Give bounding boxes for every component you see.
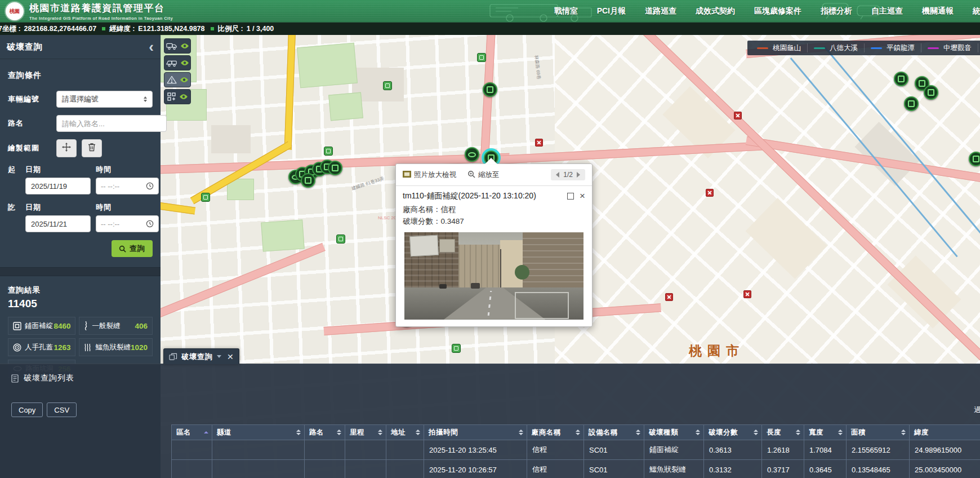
map-marker-square[interactable] [324, 147, 333, 156]
tab-close-icon[interactable]: ✕ [227, 353, 234, 360]
sort-icon[interactable] [696, 430, 700, 435]
pager-prev-icon[interactable] [556, 172, 559, 178]
popup-close-icon[interactable]: × [580, 193, 585, 199]
column-header-面積[interactable]: 面積 [847, 425, 910, 440]
table-cell [386, 440, 424, 460]
nav-item-指標分析[interactable]: 指標分析 [821, 6, 852, 16]
query-window-tab[interactable]: 破壞查詢 ✕ [163, 348, 239, 364]
map-marker-square[interactable] [383, 81, 392, 90]
sort-icon[interactable] [296, 430, 301, 435]
sort-icon[interactable] [796, 430, 800, 435]
map-marker-oval[interactable] [465, 147, 479, 162]
coordinate-statusbar: 7坐標 : 282168.82,2764466.07 經緯度 : E121.31… [0, 23, 980, 35]
vehicle-select[interactable]: 請選擇編號 [56, 91, 153, 108]
photo-icon [403, 171, 411, 179]
sort-icon[interactable] [901, 430, 906, 435]
map-marker-circle[interactable] [301, 173, 315, 188]
table-row[interactable]: 2025-11-20 13:25:45信程SC01鋪面補綻0.36131.261… [172, 440, 980, 460]
sort-icon[interactable] [337, 430, 341, 435]
layer-button-grid[interactable] [164, 89, 191, 104]
legend-item[interactable]: 桃園龜山 [751, 43, 807, 52]
nav-item-區塊歲修案件[interactable]: 區塊歲修案件 [754, 6, 801, 16]
map-marker-red[interactable] [665, 293, 673, 301]
map-marker-square[interactable] [452, 344, 461, 353]
search-button[interactable]: 查詢 [112, 240, 153, 257]
from-time-input[interactable]: -- --:-- [96, 178, 159, 194]
zoom-to-action[interactable]: 縮放至 [467, 170, 500, 180]
nav-item-統計[interactable]: 統計 [973, 6, 980, 16]
pager-next-icon[interactable] [577, 172, 580, 178]
eye-icon [180, 43, 189, 49]
zoom-to-label: 縮放至 [478, 170, 500, 180]
to-time-input[interactable]: -- --:-- [96, 215, 159, 232]
column-header-縣道[interactable]: 縣道 [212, 425, 305, 440]
map-marker-circle[interactable] [924, 85, 938, 100]
sidebar-collapse-icon[interactable]: ‹ [149, 41, 154, 52]
map-marker-red[interactable] [743, 290, 751, 298]
column-header-寬度[interactable]: 寬度 [804, 425, 847, 440]
layer-button-truck[interactable] [164, 55, 191, 70]
column-header-里程[interactable]: 里程 [345, 425, 386, 440]
column-header-廠商名稱[interactable]: 廠商名稱 [527, 425, 584, 440]
map-marker-circle[interactable] [904, 96, 919, 111]
from-date-input[interactable] [25, 178, 91, 194]
table-cell: 2.15565912 [847, 440, 910, 460]
legend-item[interactable]: 八德大溪 [807, 43, 864, 52]
nav-item-PCI月報[interactable]: PCI月報 [597, 6, 626, 16]
results-table: 區名縣道路名里程地址拍攝時間廠商名稱設備名稱破壞種類破壞分數長度寬度面積緯度20… [171, 424, 980, 478]
damage-photo[interactable] [404, 232, 583, 320]
column-header-路名[interactable]: 路名 [305, 425, 345, 440]
nav-item-機關通報[interactable]: 機關通報 [922, 6, 954, 16]
column-header-緯度[interactable]: 緯度 [910, 425, 980, 440]
map-marker-red[interactable] [535, 139, 543, 147]
legend-item[interactable]: 中壢觀音 [921, 43, 978, 52]
sort-icon[interactable] [519, 430, 523, 435]
sort-icon[interactable] [378, 430, 382, 435]
column-header-地址[interactable]: 地址 [386, 425, 424, 440]
clock-icon [146, 182, 154, 190]
table-cell [345, 440, 386, 460]
table-row[interactable]: 2025-11-20 10:26:57信程SC01鱷魚狀裂縫0.31320.37… [172, 460, 980, 478]
nav-item-戰情室[interactable]: 戰情室 [554, 6, 578, 16]
copy-button[interactable]: Copy [11, 402, 43, 417]
sort-icon[interactable] [204, 431, 208, 433]
map-marker-circle[interactable] [969, 152, 980, 166]
map-marker-red[interactable] [706, 189, 714, 197]
column-header-拍攝時間[interactable]: 拍攝時間 [424, 425, 527, 440]
results-table-wrap: 區名縣道路名里程地址拍攝時間廠商名稱設備名稱破壞種類破壞分數長度寬度面積緯度20… [171, 424, 980, 478]
map-marker-square[interactable] [201, 193, 210, 202]
sort-icon[interactable] [576, 430, 580, 435]
map-marker-circle[interactable] [894, 72, 908, 86]
layer-button-warning[interactable] [164, 72, 191, 87]
photo-zoom-action[interactable]: 照片放大檢視 [403, 170, 456, 180]
clear-range-button[interactable] [82, 139, 102, 157]
column-header-破壞種類[interactable]: 破壞種類 [644, 425, 704, 440]
nav-item-自主巡查[interactable]: 自主巡查 [871, 6, 903, 16]
map-marker-square[interactable] [336, 234, 345, 244]
popup-maximize-icon[interactable] [567, 193, 574, 200]
sort-icon[interactable] [636, 430, 640, 435]
nav-item-成效式契約[interactable]: 成效式契約 [696, 6, 735, 16]
road-input[interactable] [56, 115, 167, 132]
popup-title: tm110-鋪面補綻(2025-11-20 13:10:20) [403, 191, 536, 201]
layer-button-sweeper[interactable] [164, 38, 191, 54]
sort-icon[interactable] [416, 430, 420, 435]
map-marker-red[interactable] [734, 112, 742, 119]
csv-button[interactable]: CSV [47, 402, 77, 417]
map-marker-circle[interactable] [483, 82, 497, 97]
main-nav: 戰情室PCI月報道路巡查成效式契約區塊歲修案件指標分析自主巡查機關通報統計 [535, 0, 980, 23]
draw-range-button[interactable] [56, 139, 77, 157]
sort-icon[interactable] [838, 430, 843, 435]
column-header-破壞分數[interactable]: 破壞分數 [704, 425, 762, 440]
column-header-長度[interactable]: 長度 [762, 425, 804, 440]
sort-icon[interactable] [754, 430, 758, 435]
chevron-down-icon[interactable] [217, 355, 221, 358]
legend-item[interactable]: 平鎮龍潭 [864, 43, 921, 52]
nav-item-道路巡查[interactable]: 道路巡查 [645, 6, 676, 16]
column-header-設備名稱[interactable]: 設備名稱 [584, 425, 644, 440]
map-marker-square[interactable] [477, 53, 486, 62]
to-date-input[interactable] [25, 215, 91, 232]
map-marker-circle[interactable] [328, 161, 342, 175]
column-header-區名[interactable]: 區名 [172, 425, 212, 440]
clock-icon [146, 220, 154, 228]
